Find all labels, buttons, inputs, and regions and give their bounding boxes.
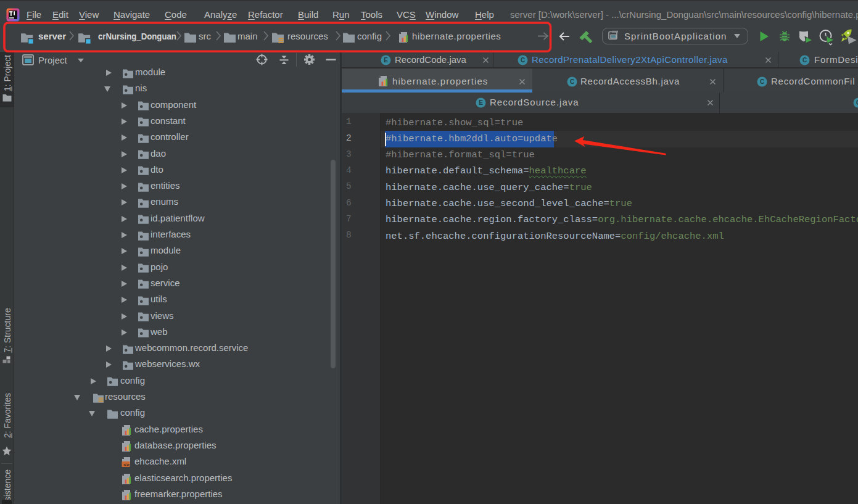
- svg-text:C: C: [760, 78, 764, 85]
- svg-text:E: E: [479, 99, 483, 106]
- svg-text:C: C: [802, 57, 807, 64]
- svg-text:<>: <>: [123, 462, 130, 468]
- svg-text:C: C: [570, 78, 574, 85]
- svg-text:E: E: [384, 57, 388, 64]
- svg-text:C: C: [521, 57, 525, 64]
